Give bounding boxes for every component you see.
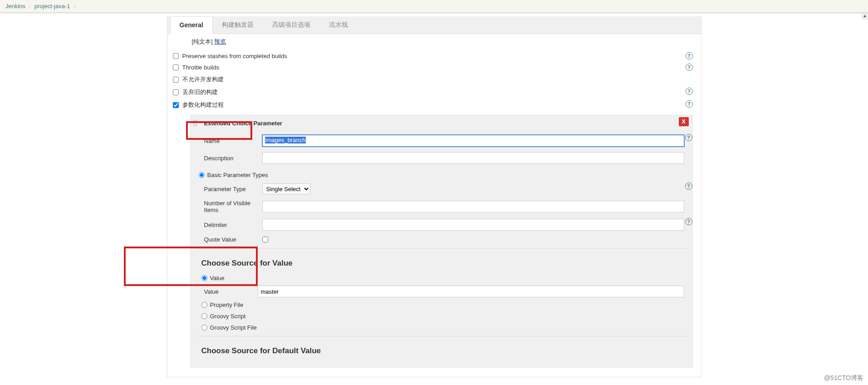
checkbox-label: 参数化构建过程 bbox=[182, 101, 224, 109]
watermark: @51CTO博客 bbox=[824, 374, 863, 377]
choose-source-value-heading: Choose Source for Value bbox=[191, 252, 692, 272]
quote-value-row: Quote Value bbox=[191, 233, 692, 246]
parameter-type-row: Parameter Type Single Select ? bbox=[191, 181, 692, 197]
value-input[interactable] bbox=[258, 286, 684, 297]
checkbox-parameterized[interactable] bbox=[173, 102, 179, 108]
tab-build-triggers[interactable]: 构建触发器 bbox=[213, 16, 263, 34]
source-property-file-row: Property File bbox=[191, 299, 692, 311]
radio-groovy-script-label: Groovy Script bbox=[210, 313, 246, 320]
checkbox-no-concurrent[interactable] bbox=[173, 77, 179, 83]
option-discard-old: 丢弃旧的构建 ? bbox=[173, 86, 693, 99]
chevron-right-icon: › bbox=[74, 4, 76, 9]
description-input[interactable] bbox=[262, 152, 684, 164]
checkbox-label: Throttle builds bbox=[182, 64, 220, 71]
help-icon[interactable]: ? bbox=[685, 183, 692, 190]
config-panel: General 构建触发器 高级项目选项 流水线 [纯文本] 预览 Preser… bbox=[167, 16, 701, 377]
checkbox-label: 不允许并发构建 bbox=[182, 75, 224, 84]
option-no-concurrent: 不允许并发构建 bbox=[173, 73, 693, 86]
help-icon[interactable]: ? bbox=[686, 88, 693, 95]
choose-source-default-heading: Choose Source for Default Value bbox=[191, 339, 692, 360]
drag-handle-icon[interactable] bbox=[193, 120, 197, 126]
value-input-row: Value bbox=[191, 284, 692, 299]
radio-property-file-label: Property File bbox=[210, 301, 244, 308]
option-throttle-builds: Throttle builds ? bbox=[173, 62, 693, 73]
radio-value-label: Value bbox=[210, 275, 225, 281]
parameter-block: X Extended Choice Parameter Name images_… bbox=[190, 115, 693, 368]
tab-advanced-options[interactable]: 高级项目选项 bbox=[263, 16, 320, 34]
radio-basic-parameter-types[interactable] bbox=[199, 172, 205, 178]
delimiter-label: Delimiter bbox=[204, 222, 262, 228]
radio-value[interactable] bbox=[201, 275, 207, 281]
radio-property-file[interactable] bbox=[201, 302, 207, 308]
option-preserve-stashes: Preserve stashes from completed builds ? bbox=[173, 50, 693, 62]
help-icon[interactable]: ? bbox=[686, 100, 693, 108]
help-icon[interactable]: ? bbox=[686, 64, 693, 71]
checkbox-label: 丢弃旧的构建 bbox=[182, 88, 218, 96]
name-input[interactable] bbox=[262, 135, 684, 147]
delete-parameter-button[interactable]: X bbox=[679, 117, 689, 126]
checkbox-label: Preserve stashes from completed builds bbox=[182, 53, 287, 59]
quote-value-label: Quote Value bbox=[204, 236, 262, 243]
value-label: Value bbox=[204, 288, 258, 295]
breadcrumb-project[interactable]: project-java-1 bbox=[34, 3, 70, 10]
help-icon[interactable]: ? bbox=[686, 52, 693, 59]
quote-value-checkbox[interactable] bbox=[262, 237, 268, 242]
source-groovy-file-row: Groovy Script File bbox=[191, 322, 692, 333]
delimiter-input[interactable] bbox=[262, 219, 684, 231]
tab-general[interactable]: General bbox=[170, 16, 213, 34]
description-label: Description bbox=[204, 155, 262, 162]
checkbox-throttle-builds[interactable] bbox=[173, 64, 179, 70]
source-groovy-script-row: Groovy Script bbox=[191, 311, 692, 322]
param-description-row: Description bbox=[191, 149, 692, 167]
help-icon[interactable]: ? bbox=[685, 218, 692, 225]
help-icon[interactable]: ? bbox=[685, 134, 692, 141]
chevron-right-icon: › bbox=[29, 4, 31, 9]
basic-parameter-types-row: Basic Parameter Types bbox=[191, 169, 692, 181]
preview-link[interactable]: 预览 bbox=[214, 38, 226, 45]
description-format-row: [纯文本] 预览 bbox=[173, 38, 693, 46]
tab-pipeline[interactable]: 流水线 bbox=[320, 16, 358, 34]
scrollbar-top: ▲ bbox=[0, 13, 868, 16]
tab-bar: General 构建触发器 高级项目选项 流水线 bbox=[167, 16, 701, 34]
checkbox-discard-old[interactable] bbox=[173, 89, 179, 95]
source-value-radio-row: Value bbox=[191, 272, 692, 284]
visible-items-input[interactable] bbox=[262, 201, 684, 212]
parameter-type-select[interactable]: Single Select bbox=[262, 183, 310, 194]
name-label: Name bbox=[204, 138, 262, 144]
plain-text-label: [纯文本] bbox=[192, 38, 213, 45]
basic-parameter-types-label: Basic Parameter Types bbox=[207, 172, 268, 178]
param-name-row: Name images_branch ? bbox=[191, 132, 692, 149]
visible-items-label: Number of Visible Items bbox=[204, 200, 262, 213]
visible-items-row: Number of Visible Items bbox=[191, 197, 692, 216]
radio-groovy-file[interactable] bbox=[201, 325, 207, 331]
breadcrumb: Jenkins › project-java-1 › bbox=[0, 0, 868, 13]
delimiter-row: Delimiter ? bbox=[191, 216, 692, 233]
checkbox-preserve-stashes[interactable] bbox=[173, 53, 179, 59]
radio-groovy-script[interactable] bbox=[201, 313, 207, 319]
parameter-block-title: Extended Choice Parameter bbox=[191, 115, 692, 132]
parameter-type-label: Parameter Type bbox=[204, 186, 262, 192]
breadcrumb-root[interactable]: Jenkins bbox=[5, 3, 25, 10]
radio-groovy-file-label: Groovy Script File bbox=[210, 324, 257, 331]
option-parameterized: 参数化构建过程 ? bbox=[173, 99, 693, 111]
